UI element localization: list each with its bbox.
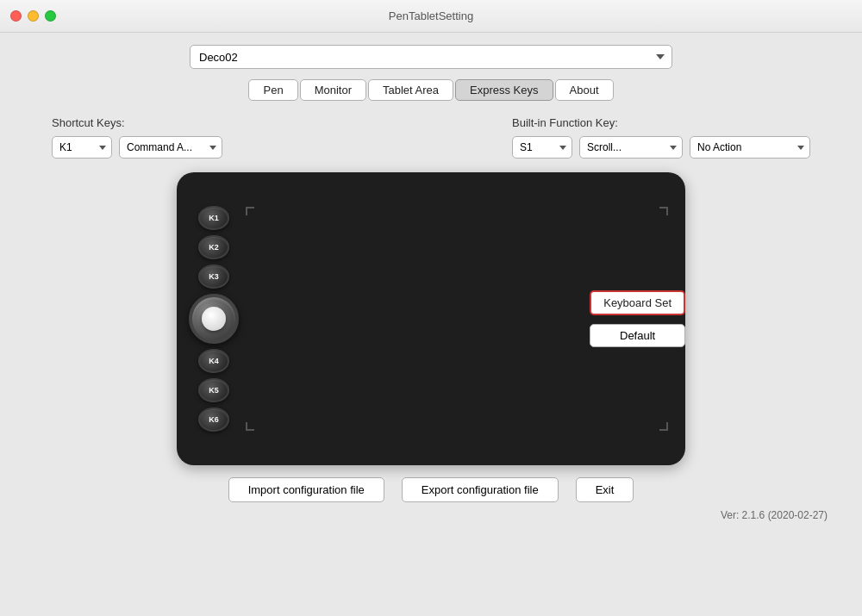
key-k3[interactable]: K3 [198, 264, 229, 289]
key-k1[interactable]: K1 [198, 206, 229, 230]
controls-area: Shortcut Keys: K1K2K3K4K5K6 Command A...… [17, 116, 845, 159]
bottom-row: Import configuration file Export configu… [17, 477, 845, 502]
right-panel: Keyboard Set Default [590, 172, 685, 465]
scroll-wheel[interactable] [189, 294, 239, 344]
key-k1-label: K1 [209, 214, 219, 222]
builtin-key-select[interactable]: S1S2 [512, 136, 572, 159]
key-k5-label: K5 [209, 386, 219, 395]
key-k6-label: K6 [209, 415, 219, 424]
corner-bl [246, 422, 254, 431]
keyboard-set-button[interactable]: Keyboard Set [590, 290, 685, 315]
export-button[interactable]: Export configuration file [402, 477, 559, 502]
tab-about[interactable]: About [555, 79, 614, 101]
key-k2-label: K2 [209, 243, 219, 252]
titlebar: PenTabletSetting [0, 0, 862, 33]
device-row: Deco02 [17, 45, 845, 69]
corner-tl [246, 207, 254, 215]
builtin-function-selects: S1S2 Scroll...ZoomRotate No ActionEnable… [512, 136, 810, 159]
scroll-wheel-inner [202, 307, 226, 331]
key-section-top: K1 K2 K3 [189, 206, 239, 289]
import-button[interactable]: Import configuration file [228, 477, 384, 502]
default-button[interactable]: Default [590, 324, 685, 347]
device-selector[interactable]: Deco02 [190, 45, 672, 69]
tab-tablet-area[interactable]: Tablet Area [368, 79, 453, 101]
key-k4[interactable]: K4 [198, 349, 229, 373]
tab-express-keys[interactable]: Express Keys [455, 79, 553, 101]
window-controls [10, 10, 56, 22]
key-k6[interactable]: K6 [198, 408, 229, 432]
version-row: Ver: 2.1.6 (2020-02-27) [17, 509, 845, 521]
builtin-function-group: Built-in Function Key: S1S2 Scroll...Zoo… [512, 116, 810, 159]
tab-pen[interactable]: Pen [248, 79, 297, 101]
key-k3-label: K3 [209, 272, 219, 281]
tablet-container: K1 K2 K3 [17, 172, 845, 465]
tablet-wrapper: K1 K2 K3 [177, 172, 685, 465]
key-k4-label: K4 [209, 357, 219, 365]
key-section-bottom: K4 K5 K6 [189, 349, 239, 432]
key-buttons: K1 K2 K3 [189, 172, 239, 465]
maximize-button[interactable] [45, 10, 56, 22]
minimize-button[interactable] [28, 10, 39, 22]
window-title: PenTabletSetting [389, 9, 473, 22]
tabs-row: Pen Monitor Tablet Area Express Keys Abo… [17, 79, 845, 101]
shortcut-keys-group: Shortcut Keys: K1K2K3K4K5K6 Command A...… [52, 116, 222, 159]
exit-button[interactable]: Exit [576, 477, 634, 502]
version-text: Ver: 2.1.6 (2020-02-27) [721, 509, 828, 521]
shortcut-keys-label: Shortcut Keys: [52, 116, 222, 129]
key-k2[interactable]: K2 [198, 235, 229, 259]
builtin-function-label: Built-in Function Key: [512, 116, 810, 129]
builtin-mode-select[interactable]: Scroll...ZoomRotate [579, 136, 683, 159]
shortcut-keys-selects: K1K2K3K4K5K6 Command A...No ActionKeyboa… [52, 136, 222, 159]
shortcut-key-select[interactable]: K1K2K3K4K5K6 [52, 136, 112, 159]
builtin-action-select[interactable]: No ActionEnableDisable [690, 136, 810, 159]
main-content: Deco02 Pen Monitor Tablet Area Express K… [0, 33, 862, 530]
shortcut-action-select[interactable]: Command A...No ActionKeyboard [119, 136, 222, 159]
key-k5[interactable]: K5 [198, 378, 229, 402]
close-button[interactable] [10, 10, 22, 22]
tab-monitor[interactable]: Monitor [300, 79, 366, 101]
